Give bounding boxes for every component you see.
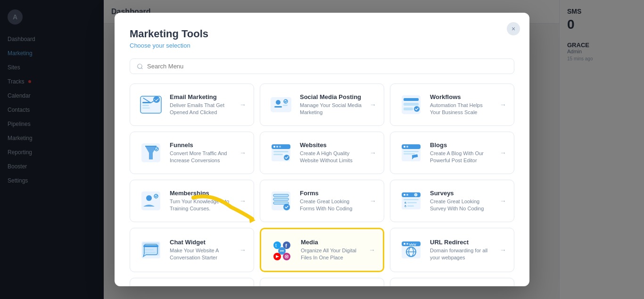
forms-desc: Create Great Looking Forms With No Codin… [300,198,364,213]
media-name: Media [301,239,363,246]
svg-point-8 [276,100,281,105]
url-redirect-desc: Domain forwarding for all your webpages [430,247,494,262]
chat-widget-desc: Make Your Website A Conversation Starter [170,247,234,262]
svg-rect-58 [143,252,156,253]
surveys-icon [398,188,424,214]
svg-rect-41 [273,198,289,200]
tool-card-email-marketing[interactable]: Email Marketing Deliver Emails That Get … [130,83,254,126]
funnels-icon [138,140,164,166]
blogs-icon [398,140,424,166]
svg-rect-9 [274,106,282,108]
surveys-arrow: → [500,197,506,205]
websites-name: Websites [300,141,364,149]
chat-widget-name: Chat Widget [170,239,234,246]
tool-card-trigger-links[interactable]: Trigger Links Domain forwarding for all … [390,278,514,286]
tool-card-url-redirect[interactable]: www URL Redirect Domain forwarding for a… [390,228,514,272]
media-arrow: → [369,246,375,254]
svg-text:t: t [275,243,277,248]
surveys-name: Surveys [430,190,494,197]
svg-point-32 [406,146,408,148]
svg-point-73 [404,243,405,245]
svg-point-74 [406,243,408,245]
svg-rect-4 [142,105,149,106]
svg-point-69 [286,256,288,257]
tool-card-memberships[interactable]: Memberships Turn Your Knowledge Into Tra… [130,180,254,222]
svg-point-23 [273,146,275,148]
blogs-arrow: → [500,149,506,157]
search-input[interactable] [147,63,507,70]
social-media-arrow: → [370,101,376,108]
surveys-info: Surveys Create Great Looking Survey With… [430,190,494,213]
websites-arrow: → [370,149,376,157]
memberships-icon [138,188,164,214]
tool-card-websites[interactable]: Websites Create A High Quality Website W… [260,132,384,174]
tool-card-chat-widget[interactable]: Chat Widget Make Your Website A Conversa… [130,228,254,272]
svg-rect-27 [273,154,283,155]
tool-card-social-media[interactable]: Social Media Posting Manage Your Social … [260,83,384,126]
svg-point-70 [288,255,289,256]
marketing-tools-modal: × Marketing Tools Choose your selection [115,13,529,286]
svg-point-20 [155,147,158,151]
workflows-icon [398,91,424,118]
workflows-desc: Automation That Helps Your Business Scal… [430,102,494,116]
funnels-arrow: → [239,149,246,157]
svg-rect-49 [404,199,419,200]
url-redirect-info: URL Redirect Domain forwarding for all y… [430,239,494,262]
workflows-arrow: → [500,101,506,108]
svg-rect-5 [142,108,150,108]
modal-subtitle: Choose your selection [130,42,514,49]
svg-text:www: www [409,242,416,247]
email-marketing-name: Email Marketing [170,93,234,100]
websites-desc: Create A High Quality Website Without Li… [300,150,364,165]
modal-title: Marketing Tools [130,28,514,40]
svg-point-37 [146,195,152,201]
modal-overlay[interactable]: × Marketing Tools Choose your selection [0,0,644,299]
search-icon [137,63,143,70]
svg-point-46 [404,194,405,196]
svg-rect-36 [141,191,160,210]
chat-widget-arrow: → [239,246,246,254]
url-redirect-icon: www [398,237,424,263]
svg-rect-26 [273,151,289,152]
svg-rect-56 [143,245,158,247]
tool-card-workflows[interactable]: Workflows Automation That Helps Your Bus… [390,83,514,126]
media-icon: t f [269,237,295,263]
workflows-info: Workflows Automation That Helps Your Bus… [430,93,494,116]
svg-point-31 [404,146,405,148]
svg-rect-57 [143,249,154,250]
svg-point-48 [414,193,417,196]
social-media-info: Social Media Posting Manage Your Social … [300,93,364,116]
tools-grid: Email Marketing Deliver Emails That Get … [130,83,514,286]
memberships-arrow: → [239,197,246,205]
chat-widget-icon [138,237,164,263]
websites-info: Websites Create A High Quality Website W… [300,141,364,165]
funnels-info: Funnels Convert More Traffic And Increas… [170,141,234,165]
url-redirect-name: URL Redirect [430,239,494,246]
modal-close-button[interactable]: × [507,22,520,35]
tool-card-surveys[interactable]: Surveys Create Great Looking Survey With… [390,180,514,222]
surveys-desc: Create Great Looking Survey With No Codi… [430,198,494,213]
svg-point-25 [279,146,281,148]
svg-text:f: f [285,243,287,249]
tool-card-media[interactable]: t f [260,228,384,272]
svg-rect-40 [273,194,289,197]
tool-card-blogs[interactable]: Blogs Create A Blog With Our Powerful Po… [390,132,514,174]
svg-point-0 [138,64,142,68]
tool-card-funnels[interactable]: Funnels Convert More Traffic And Increas… [130,132,254,174]
tool-card-message-templates[interactable]: T ✉ Message Templates Create text messag… [260,278,384,286]
tool-card-forms[interactable]: Forms Create Great Looking Forms With No… [260,180,384,222]
email-marketing-icon [138,91,164,118]
chat-widget-info: Chat Widget Make Your Website A Conversa… [170,239,234,262]
svg-rect-11 [283,105,288,106]
tool-card-wordpress[interactable]: W Wordpress Fully managed hosting with s… [130,278,254,286]
svg-rect-13 [404,98,419,101]
trigger-links-name: Trigger Links [430,286,494,286]
websites-icon [268,140,294,166]
funnels-desc: Convert More Traffic And Increase Conver… [170,150,234,165]
search-bar[interactable] [130,58,514,74]
email-marketing-desc: Deliver Emails That Get Opened And Click… [170,102,234,116]
forms-name: Forms [300,190,364,197]
memberships-name: Memberships [170,190,234,197]
svg-rect-51 [407,202,417,204]
forms-arrow: → [370,197,376,205]
